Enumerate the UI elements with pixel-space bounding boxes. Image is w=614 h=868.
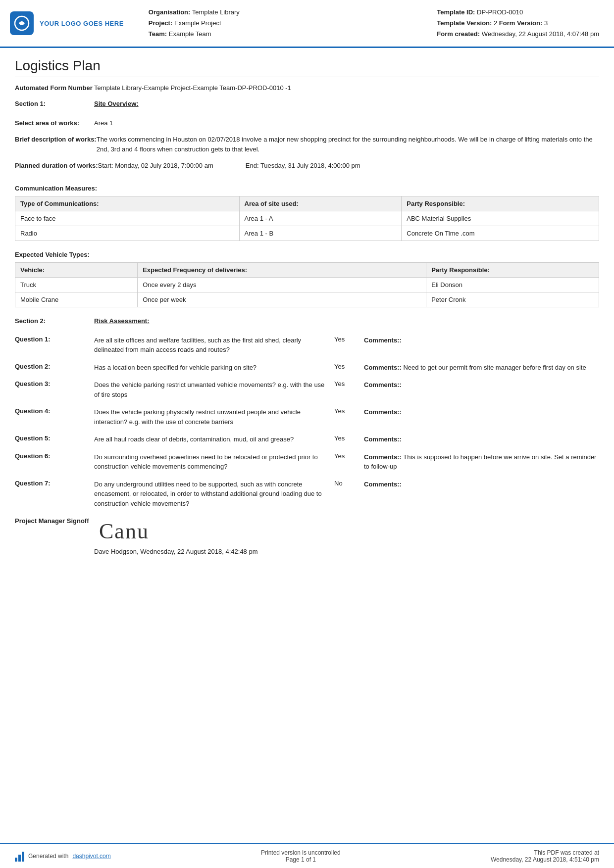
brief-desc-row: Brief description of works: The works co… bbox=[15, 135, 599, 154]
vehicles-table-row: TruckOnce every 2 daysEli Donson bbox=[15, 277, 599, 292]
section1-header: Section 1: Site Overview: bbox=[15, 100, 599, 107]
question-answer-7: No bbox=[334, 480, 364, 487]
doc-title: Logistics Plan bbox=[15, 58, 599, 77]
planned-duration-row: Planned duration of works: Start: Monday… bbox=[15, 161, 599, 171]
question-text-5: Are all haul roads clear of debris, cont… bbox=[94, 434, 334, 444]
section1-title: Site Overview: bbox=[94, 100, 139, 107]
comment-label-2: Comments:: bbox=[364, 364, 402, 371]
question-comment-5: Comments:: bbox=[364, 434, 599, 444]
comment-label-4: Comments:: bbox=[364, 408, 402, 416]
question-row-5: Question 5:Are all haul roads clear of d… bbox=[15, 434, 599, 444]
comment-label-1: Comments:: bbox=[364, 337, 402, 344]
table-cell: Once every 2 days bbox=[138, 277, 426, 292]
question-row-7: Question 7:Do any underground utilities … bbox=[15, 480, 599, 509]
team-line: Team: Example Team bbox=[149, 29, 427, 40]
footer-right: This PDF was created at Wednesday, 22 Au… bbox=[491, 849, 599, 863]
form-created-line: Form created: Wednesday, 22 August 2018,… bbox=[437, 29, 599, 40]
section2-label: Section 2: bbox=[15, 317, 94, 325]
question-text-1: Are all site offices and welfare facilit… bbox=[94, 336, 334, 355]
section2-title: Risk Assessment: bbox=[94, 317, 150, 325]
question-text-7: Do any underground utilities need to be … bbox=[94, 480, 334, 509]
page: YOUR LOGO GOES HERE Organisation: Templa… bbox=[0, 0, 614, 868]
form-version-value: 3 bbox=[544, 19, 548, 27]
communication-title: Communication Measures: bbox=[15, 185, 599, 192]
table-cell: ABC Material Supplies bbox=[402, 211, 599, 226]
question-row-3: Question 3:Does the vehicle parking rest… bbox=[15, 380, 599, 399]
table-cell: Area 1 - A bbox=[239, 211, 402, 226]
select-area-label: Select area of works: bbox=[15, 118, 94, 128]
comm-col-3: Party Responsible: bbox=[402, 196, 599, 211]
question-text-4: Does the vehicle parking physically rest… bbox=[94, 407, 334, 427]
question-label-5: Question 5: bbox=[15, 434, 94, 442]
comment-label-6: Comments:: bbox=[364, 453, 402, 461]
planned-duration-label: Planned duration of works: bbox=[15, 161, 98, 171]
vehicles-title: Expected Vehicle Types: bbox=[15, 251, 599, 258]
question-comment-6: Comments:: This is supposed to happen be… bbox=[364, 452, 599, 472]
question-answer-1: Yes bbox=[334, 336, 364, 343]
select-area-row: Select area of works: Area 1 bbox=[15, 118, 599, 128]
question-text-2: Has a location been specified for vehicl… bbox=[94, 363, 334, 373]
section2-header: Section 2: Risk Assessment: bbox=[15, 317, 599, 325]
question-label-2: Question 2: bbox=[15, 363, 94, 370]
section1-label: Section 1: bbox=[15, 100, 94, 107]
communication-table-row: Face to faceArea 1 - AABC Material Suppl… bbox=[15, 211, 599, 226]
bar2 bbox=[18, 855, 21, 862]
footer-left: Generated with dashpivot.com bbox=[15, 851, 111, 862]
question-label-1: Question 1: bbox=[15, 336, 94, 343]
table-cell: Mobile Crane bbox=[15, 292, 138, 307]
form-created-value: Wednesday, 22 August 2018, 4:07:48 pm bbox=[482, 30, 599, 38]
planned-end: End: Tuesday, 31 July 2018, 4:00:00 pm bbox=[246, 162, 360, 169]
generated-text: Generated with bbox=[28, 853, 68, 860]
question-row-6: Question 6:Do surrounding overhead power… bbox=[15, 452, 599, 472]
vehicle-col-2: Expected Frequency of deliveries: bbox=[138, 262, 426, 277]
footer: Generated with dashpivot.com Printed ver… bbox=[0, 843, 614, 868]
org-label: Organisation: bbox=[149, 8, 191, 16]
footer-center: Printed version is uncontrolled Page 1 o… bbox=[261, 849, 341, 863]
brief-desc-value: The works commencing in Houston on 02/07… bbox=[97, 135, 599, 154]
header-right: Template ID: DP-PROD-0010 Template Versi… bbox=[437, 7, 599, 40]
project-line: Project: Example Project bbox=[149, 18, 427, 29]
signoff-row: Project Manager Signoff Canu Dave Hodgso… bbox=[15, 516, 599, 555]
template-id-line: Template ID: DP-PROD-0010 bbox=[437, 7, 599, 18]
comment-label-5: Comments:: bbox=[364, 435, 402, 443]
project-value: Example Project bbox=[174, 19, 221, 27]
project-label: Project: bbox=[149, 19, 172, 27]
signature: Canu bbox=[94, 516, 599, 546]
table-cell: Truck bbox=[15, 277, 138, 292]
footer-link[interactable]: dashpivot.com bbox=[72, 853, 110, 860]
question-comment-2: Comments:: Need to get our permit from s… bbox=[364, 363, 599, 373]
question-label-4: Question 4: bbox=[15, 407, 94, 415]
question-comment-4: Comments:: bbox=[364, 407, 599, 417]
vehicle-col-3: Party Responsible: bbox=[426, 262, 599, 277]
template-id-label: Template ID: bbox=[437, 8, 475, 16]
signoff-content: Canu Dave Hodgson, Wednesday, 22 August … bbox=[94, 516, 599, 555]
question-text-6: Do surrounding overhead powerlines need … bbox=[94, 452, 334, 472]
printed-text: Printed version is uncontrolled bbox=[261, 849, 341, 856]
questions-container: Question 1:Are all site offices and welf… bbox=[15, 336, 599, 509]
template-version-value: 2 bbox=[494, 19, 497, 27]
template-id-value: DP-PROD-0010 bbox=[477, 8, 523, 16]
communication-table-header: Type of Communications: Area of site use… bbox=[15, 196, 599, 211]
question-answer-3: Yes bbox=[334, 380, 364, 387]
question-row-4: Question 4:Does the vehicle parking phys… bbox=[15, 407, 599, 427]
form-version-label: Form Version: bbox=[499, 19, 542, 27]
question-comment-7: Comments:: bbox=[364, 480, 599, 489]
planned-duration-value: Start: Monday, 02 July 2018, 7:00:00 am … bbox=[98, 161, 599, 171]
team-label: Team: bbox=[149, 30, 167, 38]
comm-col-2: Area of site used: bbox=[239, 196, 402, 211]
question-answer-5: Yes bbox=[334, 434, 364, 442]
main-content: Logistics Plan Automated Form Number Tem… bbox=[0, 48, 614, 843]
signoff-name-date: Dave Hodgson, Wednesday, 22 August 2018,… bbox=[94, 548, 599, 555]
header-middle: Organisation: Template Library Project: … bbox=[134, 7, 427, 40]
logo-area: YOUR LOGO GOES HERE bbox=[10, 7, 124, 40]
automated-form-number-row: Automated Form Number Template Library-E… bbox=[15, 83, 599, 93]
table-cell: Face to face bbox=[15, 211, 240, 226]
vehicles-table-header: Vehicle: Expected Frequency of deliverie… bbox=[15, 262, 599, 277]
form-created-label: Form created: bbox=[437, 30, 480, 38]
team-value: Example Team bbox=[169, 30, 211, 38]
org-line: Organisation: Template Library bbox=[149, 7, 427, 18]
dashpivot-icon bbox=[15, 851, 24, 862]
pdf-text: This PDF was created at bbox=[491, 849, 599, 856]
question-label-3: Question 3: bbox=[15, 380, 94, 387]
table-cell: Area 1 - B bbox=[239, 226, 402, 241]
